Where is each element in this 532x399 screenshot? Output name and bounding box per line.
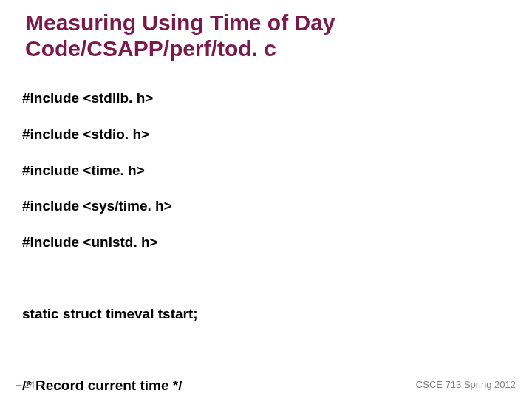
blank-line — [22, 269, 510, 287]
title-line-1: Measuring Using Time of Day — [25, 10, 335, 35]
slide-title: Measuring Using Time of Day Code/CSAPP/p… — [25, 10, 510, 61]
page-number: – 24 – — [16, 379, 43, 390]
code-line: #include <time. h> — [22, 162, 510, 180]
title-line-2: Code/CSAPP/perf/tod. c — [25, 36, 276, 61]
blank-line — [22, 341, 510, 358]
footer-course: CSCE 713 Spring 2012 — [416, 379, 516, 390]
code-line: #include <stdlib. h> — [22, 89, 510, 107]
slide: Measuring Using Time of Day Code/CSAPP/p… — [0, 0, 532, 399]
code-line: #include <stdio. h> — [22, 126, 510, 143]
code-line: static struct timeval tstart; — [22, 305, 510, 323]
code-line: #include <sys/time. h> — [22, 197, 510, 215]
code-line: #include <unistd. h> — [22, 233, 510, 251]
code-block: #include <stdlib. h> #include <stdio. h>… — [22, 72, 510, 399]
